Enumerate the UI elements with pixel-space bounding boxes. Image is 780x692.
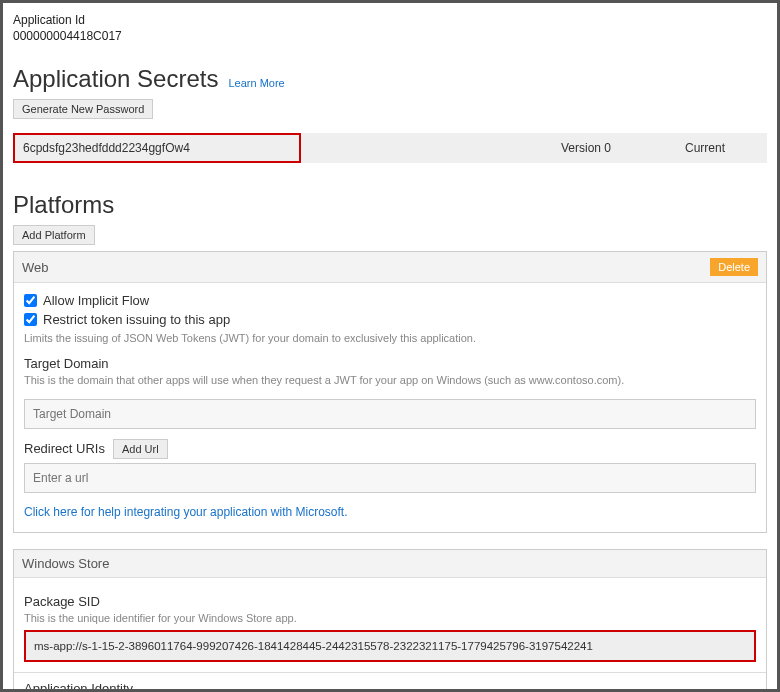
platforms-heading: Platforms [13,191,767,219]
package-sid-value-highlighted: ms-app://s-1-15-2-3896011764-999207426-1… [24,630,756,662]
integration-help-link[interactable]: Click here for help integrating your app… [24,505,347,519]
windows-store-title: Windows Store [22,556,109,571]
add-platform-button[interactable]: Add Platform [13,225,95,245]
web-panel: Web Delete Allow Implicit Flow Restrict … [13,251,767,533]
restrict-token-row[interactable]: Restrict token issuing to this app [24,312,756,327]
application-id-value: 000000004418C017 [13,29,767,43]
allow-implicit-checkbox[interactable] [24,294,37,307]
web-panel-header: Web Delete [14,252,766,283]
restrict-token-label: Restrict token issuing to this app [43,312,230,327]
restrict-token-checkbox[interactable] [24,313,37,326]
secrets-heading: Application Secrets Learn More [13,65,767,93]
web-panel-title: Web [22,260,49,275]
generate-password-button[interactable]: Generate New Password [13,99,153,119]
windows-store-panel-header: Windows Store [14,550,766,578]
secret-row: 6cpdsfg23hedfddd2234ggfOw4 Version 0 Cur… [13,133,767,163]
application-id-section: Application Id 000000004418C017 [13,13,767,43]
target-domain-input[interactable] [24,399,756,429]
learn-more-link[interactable]: Learn More [228,77,284,89]
allow-implicit-label: Allow Implicit Flow [43,293,149,308]
application-id-label: Application Id [13,13,767,27]
allow-implicit-row[interactable]: Allow Implicit Flow [24,293,756,308]
secret-value-highlighted: 6cpdsfg23hedfddd2234ggfOw4 [13,133,301,163]
delete-web-button[interactable]: Delete [710,258,758,276]
redirect-uris-label: Redirect URIs [24,441,105,456]
windows-store-panel: Windows Store Package SID This is the un… [13,549,767,692]
target-domain-label: Target Domain [24,356,756,371]
package-sid-label: Package SID [24,594,756,609]
secret-version: Version 0 [301,133,677,163]
target-domain-helper: This is the domain that other apps will … [24,373,756,388]
add-url-button[interactable]: Add Url [113,439,168,459]
secret-status: Current [677,133,767,163]
divider [14,672,766,673]
redirect-uri-input[interactable] [24,463,756,493]
secrets-title: Application Secrets [13,65,218,93]
application-identity-label: Application Identity [24,681,756,692]
restrict-token-helper: Limits the issuing of JSON Web Tokens (J… [24,331,756,346]
package-sid-helper: This is the unique identifier for your W… [24,611,756,626]
